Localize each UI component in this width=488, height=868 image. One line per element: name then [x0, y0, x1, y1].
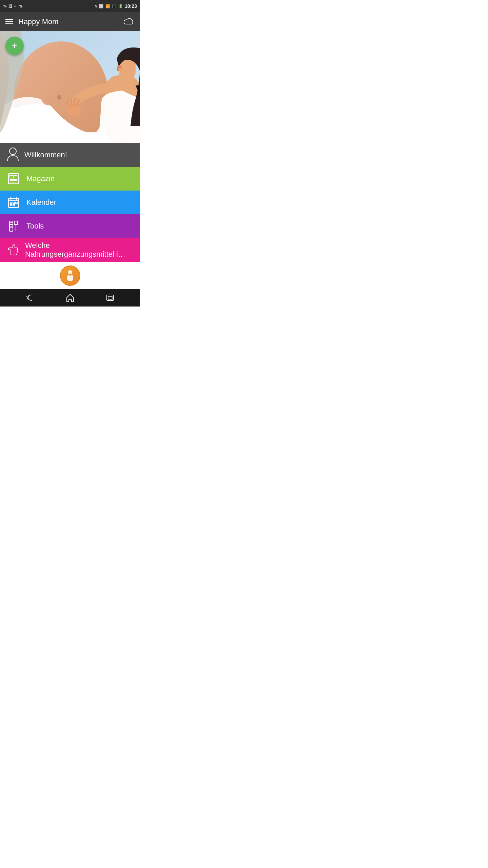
status-bar: % 🖼 ✓ 🛍 N ⬜ 📶 📳 🔋 10:23 — [0, 0, 140, 12]
svg-point-35 — [68, 270, 72, 274]
svg-point-3 — [57, 95, 61, 100]
hero-section: + — [0, 31, 140, 143]
magazin-label: Magazin — [26, 174, 55, 183]
svg-point-9 — [118, 71, 120, 73]
cloud-sync-button[interactable] — [123, 16, 135, 28]
app-bar: Happy Mom — [0, 12, 140, 31]
menu-line-3 — [5, 23, 13, 24]
svg-point-10 — [9, 148, 16, 155]
svg-rect-23 — [13, 202, 15, 203]
svg-point-8 — [119, 68, 122, 71]
navigation-bar — [0, 289, 140, 307]
cloud-icon — [123, 18, 134, 25]
svg-rect-26 — [13, 204, 15, 206]
svg-rect-22 — [10, 202, 12, 203]
menu-item-magazin[interactable]: Magazin — [0, 167, 140, 191]
add-button[interactable]: + — [5, 37, 24, 55]
menu-item-tools[interactable]: Tools — [0, 214, 140, 238]
calendar-icon — [7, 196, 20, 209]
tools-icon — [7, 219, 20, 233]
menu-item-nahrung[interactable]: Welche Nahrungsergänzungsmittel i… — [0, 238, 140, 262]
signal-icon: 📳 — [112, 4, 117, 8]
menu-item-kalender[interactable]: Kalender — [0, 191, 140, 214]
wifi-icon: 📶 — [105, 4, 110, 8]
back-icon — [25, 293, 35, 302]
menu-button[interactable] — [5, 19, 13, 24]
app-logo — [60, 265, 80, 286]
bag-icon: 🛍 — [19, 4, 22, 8]
nfc-icon: N — [95, 4, 97, 8]
welcome-text: Willkommen! — [24, 151, 67, 159]
recents-button[interactable] — [105, 293, 115, 302]
welcome-banner: Willkommen! — [0, 143, 140, 167]
kalender-label: Kalender — [26, 198, 56, 207]
thumbsup-icon — [7, 243, 19, 257]
time-display: 10:23 — [125, 3, 137, 9]
percent-icon: % — [3, 4, 7, 8]
recents-icon — [105, 293, 115, 302]
svg-rect-24 — [16, 202, 17, 203]
app-title: Happy Mom — [18, 17, 123, 26]
person-icon — [7, 147, 19, 162]
bottom-logo-area — [0, 262, 140, 289]
check-icon: ✓ — [14, 4, 17, 8]
user-icon — [7, 147, 19, 163]
svg-rect-37 — [108, 296, 112, 300]
back-button[interactable] — [25, 293, 35, 302]
home-button[interactable] — [65, 293, 75, 302]
status-icons-left: % 🖼 ✓ 🛍 — [3, 4, 22, 8]
menu-line-2 — [5, 21, 13, 22]
svg-rect-25 — [10, 204, 12, 206]
magazine-icon — [7, 172, 20, 185]
nahrung-label: Welche Nahrungsergänzungsmittel i… — [25, 241, 134, 259]
tablet-icon: ⬜ — [99, 4, 104, 8]
svg-rect-12 — [10, 175, 13, 178]
status-icons-right: N ⬜ 📶 📳 🔋 10:23 — [95, 3, 137, 9]
home-icon — [65, 293, 75, 302]
image-icon: 🖼 — [8, 4, 12, 8]
logo-icon — [63, 269, 77, 282]
tools-label: Tools — [26, 222, 44, 231]
add-icon: + — [12, 40, 17, 51]
menu-line-1 — [5, 19, 13, 20]
svg-rect-32 — [14, 221, 18, 224]
battery-icon: 🔋 — [118, 4, 123, 8]
